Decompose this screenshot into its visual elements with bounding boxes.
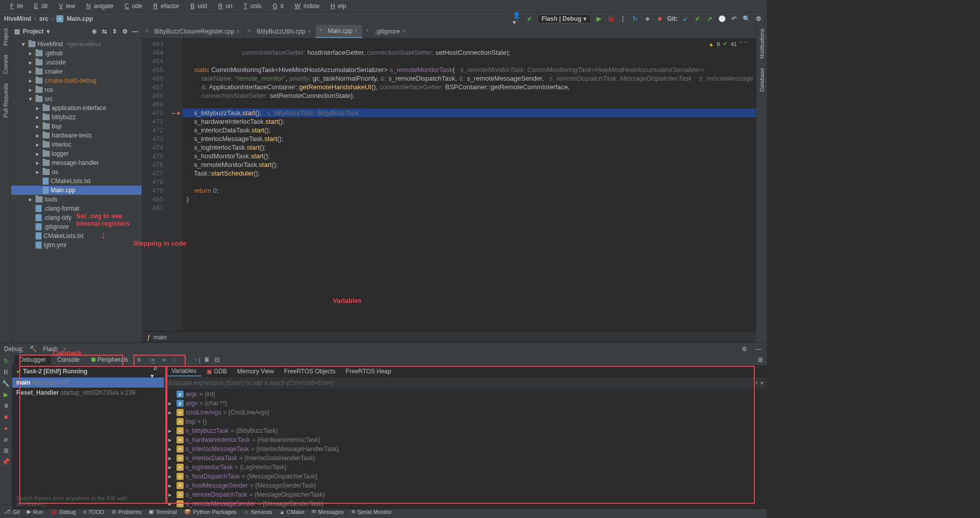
vcs-commit-icon[interactable]: ✔ [693, 14, 702, 23]
peripherals-tab[interactable]: ⬢ Peripherals [86, 355, 133, 365]
stack-frame[interactable]: Reset_Handler startup_stm32h735xx.s:139 [12, 388, 164, 398]
statusbar-services[interactable]: ☼ Services [243, 509, 272, 515]
run-to-cursor-button[interactable]: →| [192, 355, 201, 364]
minimize-icon[interactable]: — [754, 344, 763, 354]
variable-row[interactable]: ▸≡s_hostMessageSender = {MessageSenderTa… [164, 481, 767, 490]
tree-item-logger[interactable]: ▸logger [11, 149, 142, 158]
close-tab-icon[interactable]: × [63, 346, 66, 353]
hide-icon[interactable]: — [131, 28, 138, 35]
close-icon[interactable]: × [236, 28, 240, 35]
tree-item-cmakelists-txt[interactable]: CMakeLists.txt [11, 231, 142, 240]
tree-item-cmake-build-debug[interactable]: ▸cmake-build-debug [11, 76, 142, 85]
collapse-all-icon[interactable]: ⇕ [111, 28, 118, 35]
tree-item--clang-tidy[interactable]: .clang-tidy [11, 213, 142, 222]
vcs-push-icon[interactable]: ↗ [705, 14, 714, 23]
tool-notifications[interactable]: Notifications [759, 26, 765, 61]
stack-frame[interactable]: main Main.cpp:470 [12, 377, 164, 388]
menu-code[interactable]: Code [118, 2, 145, 11]
tree-item-bsp[interactable]: ▸bsp [11, 122, 142, 131]
tab-bittybuzzutils-cpp[interactable]: cBittyBuzzUtils.cpp× [244, 25, 316, 38]
run-button[interactable]: ▶ [594, 14, 603, 23]
step-over-button[interactable]: ⤼ [159, 355, 168, 364]
statusbar-cmake[interactable]: ▲ CMake [279, 509, 305, 515]
tree-item-main-cpp[interactable]: Main.cpp [11, 186, 142, 195]
profile-icon[interactable]: ↻ [631, 14, 640, 23]
statusbar-todo[interactable]: ≡ TODO [83, 509, 104, 515]
variable-row[interactable]: ▸≡s_interlocMessageTask = {InterlocMessa… [164, 444, 767, 454]
stop-debug-button[interactable]: ■ [2, 412, 11, 422]
breadcrumb-file[interactable]: Main.cpp [66, 15, 93, 22]
more-run-icon[interactable]: ⋮ [618, 14, 627, 23]
breadcrumb-project[interactable]: HiveMind [4, 15, 31, 22]
gutter-icons[interactable]: →● [167, 39, 183, 331]
tool-commit[interactable]: Commit [3, 53, 9, 76]
variable-row[interactable]: ▸pargv = {char **} [164, 399, 767, 408]
tree-item-hivemind[interactable]: ▾HiveMind ~/git/HiveMind [11, 40, 142, 49]
editor-breadcrumb[interactable]: ƒ main [142, 331, 756, 342]
menu-window[interactable]: Window [289, 2, 323, 11]
tab--gitignore[interactable]: c.gitignore× [363, 25, 410, 38]
gear-icon[interactable]: ⚙ [740, 344, 749, 354]
tree-item-application-interface[interactable]: ▸application-interface [11, 103, 142, 113]
variable-row[interactable]: ▸≡s_hardwareInterlocTask = {HardwareInte… [164, 435, 767, 444]
variable-row[interactable]: ▸≡s_remoteMessageSender = {MessageSender… [164, 499, 767, 508]
tree-item--gitignore[interactable]: .gitignore [11, 222, 142, 231]
menu-help[interactable]: Help [325, 2, 349, 11]
variable-row[interactable]: ▸≡s_bittybuzzTask = {BittyBuzzTask} [164, 426, 767, 435]
evaluate-icon[interactable]: 🖩 [202, 355, 212, 364]
tree-item-cmake[interactable]: ▸cmake [11, 67, 142, 76]
vartab-freertos-heap[interactable]: FreeRTOS Heap [341, 367, 397, 376]
vcs-rollback-icon[interactable]: ↶ [729, 14, 739, 23]
gear-icon[interactable]: ⚙ [121, 28, 128, 35]
tree-item--github[interactable]: ▸.github [11, 49, 142, 58]
chevron-up-icon[interactable]: ˆ [740, 41, 742, 47]
vartab-freertos-objects[interactable]: FreeRTOS Objects [279, 367, 341, 376]
tool-pull-requests[interactable]: Pull Requests [3, 81, 9, 120]
variable-row[interactable]: ▸≡s_hostDispatchTask = {MessageDispatche… [164, 472, 767, 481]
close-icon[interactable]: × [307, 28, 311, 35]
tool-database[interactable]: Database [759, 66, 765, 94]
code-content[interactable]: commInterfaceGetter: hostInterfaceGetter… [183, 39, 756, 331]
variable-row[interactable]: ≡bsp = {} [164, 417, 767, 426]
tree-item-cmakelists-txt[interactable]: CMakeLists.txt [11, 177, 142, 186]
breakpoint-icon[interactable]: ● [177, 109, 181, 117]
watch-input[interactable]: Evaluate expression (Enter) or add a wat… [164, 377, 767, 389]
variable-row[interactable]: ▸≡s_remoteDispatchTask = {MessageDispatc… [164, 490, 767, 499]
tree-item--vscode[interactable]: ▸.vscode [11, 58, 142, 67]
breadcrumb-folder[interactable]: src [39, 15, 48, 22]
step-into-button[interactable]: ↓ [170, 355, 179, 364]
step-out-button[interactable]: ↑ [181, 355, 190, 364]
checkmark-icon[interactable]: ✔ [525, 14, 534, 23]
tree-item-bittybuzz[interactable]: ▸bittybuzz [11, 113, 142, 122]
project-view-label[interactable]: Project [23, 28, 44, 35]
vcs-history-icon[interactable]: 🕘 [717, 14, 726, 23]
tree-item-lgtm-yml[interactable]: lgtm.yml [11, 240, 142, 250]
vcs-update-icon[interactable]: ↙ [681, 14, 690, 23]
tree-item-os[interactable]: ▸os [11, 167, 142, 177]
tree-item-tools[interactable]: ▸tools [11, 195, 142, 204]
vartab-gdb[interactable]: ▣ GDB [201, 367, 232, 376]
close-icon[interactable]: × [402, 28, 405, 35]
menu-navigate[interactable]: Navigate [80, 2, 116, 11]
vartab-memory-view[interactable]: Memory View [232, 367, 279, 376]
tab-main-cpp[interactable]: cMain.cpp× [316, 25, 363, 38]
trace-icon[interactable]: ⊟ [213, 355, 222, 364]
tool-project[interactable]: Project [3, 26, 9, 48]
menu-view[interactable]: View [53, 2, 78, 11]
debugger-tab[interactable]: Debugger [14, 355, 51, 365]
select-opened-icon[interactable]: ⊕ [91, 28, 98, 35]
menu-run[interactable]: Run [212, 2, 235, 11]
pause-button[interactable]: ⏸ [2, 401, 11, 410]
menu-tools[interactable]: Tools [237, 2, 264, 11]
rerun-button[interactable]: ↻ [2, 357, 11, 366]
mute-bp-button[interactable]: ⌀ [2, 435, 11, 444]
inspection-widget[interactable]: ▲8 ✔41 ˆˇ [708, 41, 747, 47]
search-icon[interactable]: 🔍 [742, 14, 751, 23]
filter-icon[interactable]: ⌕ [151, 363, 160, 372]
resume-button[interactable]: ▶ [2, 390, 11, 399]
expand-all-icon[interactable]: ⇆ [101, 28, 108, 35]
options-icon[interactable]: 🔧 [2, 379, 11, 388]
stop-button[interactable]: ■ [655, 14, 664, 23]
menu-refactor[interactable]: Refactor [147, 2, 182, 11]
close-icon[interactable]: × [355, 27, 358, 34]
